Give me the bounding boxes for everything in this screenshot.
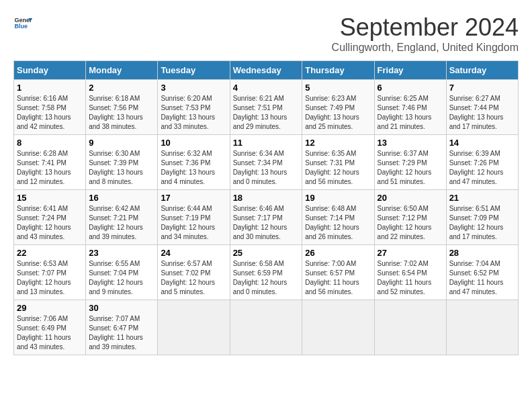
day-number: 15 xyxy=(17,193,83,203)
calendar-table: SundayMondayTuesdayWednesdayThursdayFrid… xyxy=(13,60,519,355)
calendar-cell: 5Sunrise: 6:23 AM Sunset: 7:49 PM Daylig… xyxy=(302,80,374,135)
day-info: Sunrise: 6:35 AM Sunset: 7:31 PM Dayligh… xyxy=(305,150,359,185)
weekday-header-cell: Tuesday xyxy=(158,61,230,80)
day-info: Sunrise: 6:16 AM Sunset: 7:58 PM Dayligh… xyxy=(17,95,71,130)
day-number: 17 xyxy=(161,193,226,203)
calendar-cell xyxy=(446,300,518,355)
calendar-week-row: 29Sunrise: 7:06 AM Sunset: 6:49 PM Dayli… xyxy=(14,300,519,355)
weekday-header-cell: Sunday xyxy=(14,61,86,80)
day-info: Sunrise: 7:06 AM Sunset: 6:49 PM Dayligh… xyxy=(17,315,71,351)
calendar-cell: 14Sunrise: 6:39 AM Sunset: 7:26 PM Dayli… xyxy=(446,135,518,190)
calendar-cell: 7Sunrise: 6:27 AM Sunset: 7:44 PM Daylig… xyxy=(446,80,518,135)
calendar-cell: 28Sunrise: 7:04 AM Sunset: 6:52 PM Dayli… xyxy=(446,245,518,300)
day-number: 26 xyxy=(305,248,371,258)
calendar-cell: 24Sunrise: 6:57 AM Sunset: 7:02 PM Dayli… xyxy=(158,245,230,300)
day-number: 5 xyxy=(305,83,371,93)
calendar-cell: 29Sunrise: 7:06 AM Sunset: 6:49 PM Dayli… xyxy=(14,300,86,355)
weekday-header-cell: Wednesday xyxy=(230,61,302,80)
day-info: Sunrise: 6:58 AM Sunset: 6:59 PM Dayligh… xyxy=(233,260,287,295)
calendar-body: 1Sunrise: 6:16 AM Sunset: 7:58 PM Daylig… xyxy=(14,80,519,355)
day-number: 30 xyxy=(89,303,154,313)
logo-icon: General Blue xyxy=(13,13,32,32)
calendar-cell: 10Sunrise: 6:32 AM Sunset: 7:36 PM Dayli… xyxy=(158,135,230,190)
calendar-cell xyxy=(374,300,446,355)
calendar-week-row: 1Sunrise: 6:16 AM Sunset: 7:58 PM Daylig… xyxy=(14,80,519,135)
day-number: 24 xyxy=(161,248,226,258)
day-info: Sunrise: 6:23 AM Sunset: 7:49 PM Dayligh… xyxy=(305,95,359,130)
calendar-cell: 13Sunrise: 6:37 AM Sunset: 7:29 PM Dayli… xyxy=(374,135,446,190)
day-info: Sunrise: 6:37 AM Sunset: 7:29 PM Dayligh… xyxy=(378,150,432,185)
header: General Blue September 2024 Cullingworth… xyxy=(13,13,519,54)
calendar-cell: 2Sunrise: 6:18 AM Sunset: 7:56 PM Daylig… xyxy=(86,80,158,135)
calendar-cell: 22Sunrise: 6:53 AM Sunset: 7:07 PM Dayli… xyxy=(14,245,86,300)
calendar-cell: 20Sunrise: 6:50 AM Sunset: 7:12 PM Dayli… xyxy=(374,190,446,245)
day-info: Sunrise: 6:27 AM Sunset: 7:44 PM Dayligh… xyxy=(449,95,504,130)
day-number: 29 xyxy=(17,303,83,313)
day-info: Sunrise: 7:07 AM Sunset: 6:47 PM Dayligh… xyxy=(89,315,143,351)
weekday-header-cell: Friday xyxy=(374,61,446,80)
day-number: 27 xyxy=(378,248,443,258)
calendar-cell: 19Sunrise: 6:48 AM Sunset: 7:14 PM Dayli… xyxy=(302,190,374,245)
day-info: Sunrise: 6:32 AM Sunset: 7:36 PM Dayligh… xyxy=(161,150,215,185)
calendar-cell: 18Sunrise: 6:46 AM Sunset: 7:17 PM Dayli… xyxy=(230,190,302,245)
calendar-cell: 3Sunrise: 6:20 AM Sunset: 7:53 PM Daylig… xyxy=(158,80,230,135)
day-info: Sunrise: 6:57 AM Sunset: 7:02 PM Dayligh… xyxy=(161,260,215,295)
day-info: Sunrise: 7:00 AM Sunset: 6:57 PM Dayligh… xyxy=(305,260,359,295)
day-number: 14 xyxy=(449,138,515,148)
day-number: 13 xyxy=(378,138,443,148)
title-area: September 2024 Cullingworth, England, Un… xyxy=(332,13,519,54)
day-number: 11 xyxy=(233,138,300,148)
calendar-cell: 4Sunrise: 6:21 AM Sunset: 7:51 PM Daylig… xyxy=(230,80,302,135)
weekday-header-cell: Monday xyxy=(86,61,158,80)
calendar-title: September 2024 xyxy=(332,13,519,42)
day-info: Sunrise: 7:02 AM Sunset: 6:54 PM Dayligh… xyxy=(378,260,432,295)
calendar-week-row: 8Sunrise: 6:28 AM Sunset: 7:41 PM Daylig… xyxy=(14,135,519,190)
day-info: Sunrise: 6:20 AM Sunset: 7:53 PM Dayligh… xyxy=(161,95,215,130)
calendar-cell: 25Sunrise: 6:58 AM Sunset: 6:59 PM Dayli… xyxy=(230,245,302,300)
calendar-cell: 9Sunrise: 6:30 AM Sunset: 7:39 PM Daylig… xyxy=(86,135,158,190)
day-info: Sunrise: 6:25 AM Sunset: 7:46 PM Dayligh… xyxy=(378,95,432,130)
day-number: 16 xyxy=(89,193,154,203)
day-number: 9 xyxy=(89,138,154,148)
calendar-cell: 21Sunrise: 6:51 AM Sunset: 7:09 PM Dayli… xyxy=(446,190,518,245)
day-info: Sunrise: 6:30 AM Sunset: 7:39 PM Dayligh… xyxy=(89,150,143,185)
day-number: 4 xyxy=(233,83,300,93)
logo: General Blue xyxy=(13,13,32,32)
calendar-cell: 23Sunrise: 6:55 AM Sunset: 7:04 PM Dayli… xyxy=(86,245,158,300)
day-info: Sunrise: 6:53 AM Sunset: 7:07 PM Dayligh… xyxy=(17,260,71,295)
day-info: Sunrise: 6:50 AM Sunset: 7:12 PM Dayligh… xyxy=(378,205,432,240)
day-info: Sunrise: 6:46 AM Sunset: 7:17 PM Dayligh… xyxy=(233,205,287,240)
calendar-cell: 1Sunrise: 6:16 AM Sunset: 7:58 PM Daylig… xyxy=(14,80,86,135)
calendar-cell: 6Sunrise: 6:25 AM Sunset: 7:46 PM Daylig… xyxy=(374,80,446,135)
calendar-cell: 12Sunrise: 6:35 AM Sunset: 7:31 PM Dayli… xyxy=(302,135,374,190)
day-info: Sunrise: 6:34 AM Sunset: 7:34 PM Dayligh… xyxy=(233,150,287,185)
day-number: 6 xyxy=(378,83,443,93)
day-number: 1 xyxy=(17,83,83,93)
calendar-week-row: 15Sunrise: 6:41 AM Sunset: 7:24 PM Dayli… xyxy=(14,190,519,245)
calendar-cell: 16Sunrise: 6:42 AM Sunset: 7:21 PM Dayli… xyxy=(86,190,158,245)
calendar-cell: 17Sunrise: 6:44 AM Sunset: 7:19 PM Dayli… xyxy=(158,190,230,245)
day-info: Sunrise: 7:04 AM Sunset: 6:52 PM Dayligh… xyxy=(449,260,504,295)
weekday-header-cell: Thursday xyxy=(302,61,374,80)
day-info: Sunrise: 6:48 AM Sunset: 7:14 PM Dayligh… xyxy=(305,205,359,240)
day-info: Sunrise: 6:28 AM Sunset: 7:41 PM Dayligh… xyxy=(17,150,71,185)
calendar-week-row: 22Sunrise: 6:53 AM Sunset: 7:07 PM Dayli… xyxy=(14,245,519,300)
calendar-cell: 15Sunrise: 6:41 AM Sunset: 7:24 PM Dayli… xyxy=(14,190,86,245)
day-number: 2 xyxy=(89,83,154,93)
day-number: 3 xyxy=(161,83,226,93)
calendar-cell: 27Sunrise: 7:02 AM Sunset: 6:54 PM Dayli… xyxy=(374,245,446,300)
day-number: 18 xyxy=(233,193,300,203)
day-number: 7 xyxy=(449,83,515,93)
weekday-header-row: SundayMondayTuesdayWednesdayThursdayFrid… xyxy=(14,61,519,80)
weekday-header-cell: Saturday xyxy=(446,61,518,80)
day-info: Sunrise: 6:41 AM Sunset: 7:24 PM Dayligh… xyxy=(17,205,71,240)
day-info: Sunrise: 6:39 AM Sunset: 7:26 PM Dayligh… xyxy=(449,150,504,185)
day-number: 12 xyxy=(305,138,371,148)
day-info: Sunrise: 6:55 AM Sunset: 7:04 PM Dayligh… xyxy=(89,260,143,295)
day-info: Sunrise: 6:18 AM Sunset: 7:56 PM Dayligh… xyxy=(89,95,143,130)
calendar-cell: 11Sunrise: 6:34 AM Sunset: 7:34 PM Dayli… xyxy=(230,135,302,190)
day-number: 19 xyxy=(305,193,371,203)
day-number: 23 xyxy=(89,248,154,258)
calendar-cell xyxy=(302,300,374,355)
day-number: 8 xyxy=(17,138,83,148)
